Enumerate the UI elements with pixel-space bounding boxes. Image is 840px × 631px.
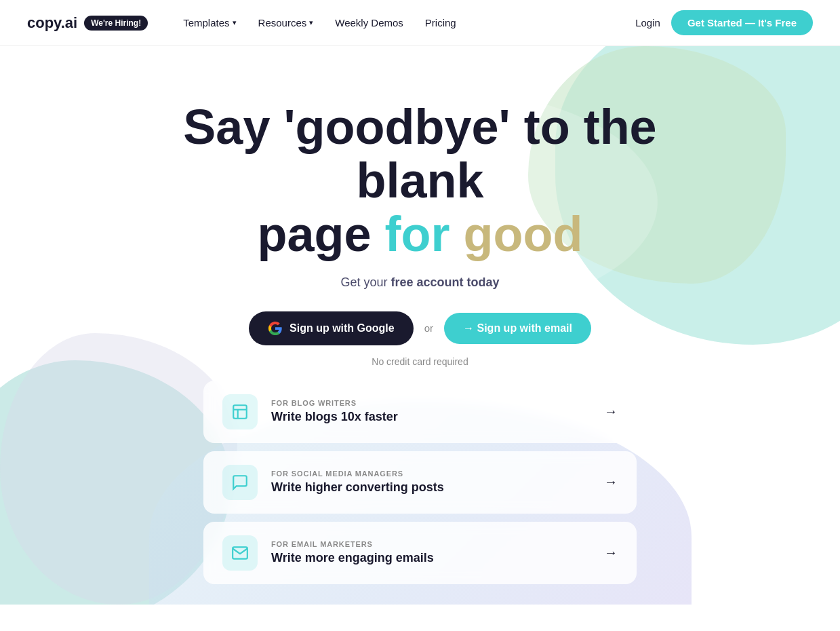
feature-cards-section: FOR BLOG WRITERS Write blogs 10x faster … <box>0 367 840 605</box>
feature-category-email: FOR EMAIL MARKETERS <box>271 540 591 548</box>
google-icon <box>268 321 283 336</box>
feature-title-email: Write more engaging emails <box>271 551 591 565</box>
login-button[interactable]: Login <box>635 17 660 28</box>
nav-weekly-demos[interactable]: Weekly Demos <box>327 12 412 34</box>
chevron-down-icon: ▾ <box>233 18 237 27</box>
for-text: for <box>385 207 450 261</box>
feature-card-email[interactable]: FOR EMAIL MARKETERS Write more engaging … <box>203 522 637 584</box>
feature-card-social[interactable]: FOR SOCIAL MEDIA MANAGERS Write higher c… <box>203 451 637 514</box>
arrow-icon-email: → <box>604 545 618 560</box>
feature-category-blog: FOR BLOG WRITERS <box>271 399 591 407</box>
feature-title-blog: Write blogs 10x faster <box>271 410 591 424</box>
or-separator: or <box>424 322 433 334</box>
hiring-badge: We're Hiring! <box>84 16 148 31</box>
logo-text: copy.ai <box>27 14 77 32</box>
email-icon-wrap <box>222 535 258 571</box>
hero-subtitle: Get your free account today <box>129 275 712 290</box>
nav-actions: Login Get Started — It's Free <box>635 10 813 35</box>
hero-title-line2: page for good <box>129 208 712 261</box>
nav-templates[interactable]: Templates ▾ <box>175 12 244 34</box>
hero-content: Say 'goodbye' to the blank page for good… <box>129 100 712 367</box>
logo-area: copy.ai We're Hiring! <box>27 14 148 32</box>
feature-text-social: FOR SOCIAL MEDIA MANAGERS Write higher c… <box>271 470 591 495</box>
blog-icon <box>231 403 249 421</box>
arrow-icon-blog: → <box>604 404 618 419</box>
svg-rect-0 <box>233 405 247 419</box>
feature-text-blog: FOR BLOG WRITERS Write blogs 10x faster <box>271 399 591 424</box>
hero-title: Say 'goodbye' to the blank page for good <box>129 100 712 262</box>
email-icon <box>231 544 249 562</box>
social-icon-wrap <box>222 465 258 500</box>
nav-links: Templates ▾ Resources ▾ Weekly Demos Pri… <box>175 12 635 34</box>
chevron-down-icon: ▾ <box>309 18 313 27</box>
navigation: copy.ai We're Hiring! Templates ▾ Resour… <box>0 0 840 46</box>
nav-pricing[interactable]: Pricing <box>417 12 464 34</box>
feature-title-social: Write higher converting posts <box>271 480 591 495</box>
email-signup-button[interactable]: → Sign up with email <box>444 313 591 344</box>
nav-resources[interactable]: Resources ▾ <box>250 12 322 34</box>
no-credit-card-text: No credit card required <box>129 356 712 367</box>
feature-card-blog[interactable]: FOR BLOG WRITERS Write blogs 10x faster … <box>203 381 637 443</box>
google-signup-button[interactable]: Sign up with Google <box>249 311 414 345</box>
hero-cta-row: Sign up with Google or → Sign up with em… <box>129 311 712 345</box>
good-text: good <box>464 207 583 261</box>
feature-category-social: FOR SOCIAL MEDIA MANAGERS <box>271 470 591 478</box>
hero-section: Say 'goodbye' to the blank page for good… <box>0 46 840 605</box>
social-icon <box>231 474 249 491</box>
get-started-button[interactable]: Get Started — It's Free <box>671 10 813 35</box>
arrow-icon-social: → <box>604 474 618 490</box>
feature-text-email: FOR EMAIL MARKETERS Write more engaging … <box>271 540 591 565</box>
blog-icon-wrap <box>222 394 258 429</box>
